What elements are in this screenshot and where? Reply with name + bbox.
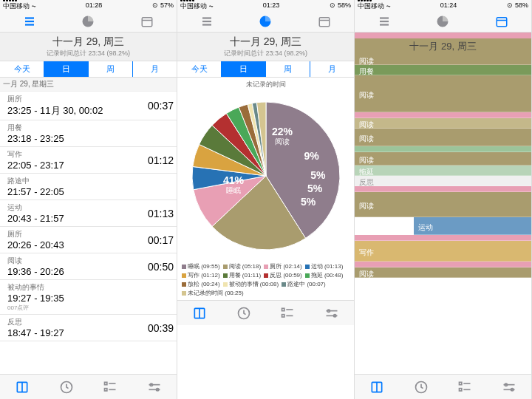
list-item[interactable]: 写作22:05 - 23:1701:12 — [0, 147, 177, 174]
pie-legend: 睡眠 (09:55)阅读 (05:18)厕所 (02:14)运动 (01:13)… — [177, 260, 354, 300]
timeline-block[interactable]: 写作 — [355, 241, 531, 262]
svg-text:41%: 41% — [222, 174, 244, 186]
timeline-block[interactable]: 阅读 — [355, 192, 531, 217]
date-header: 十一月 29, 周三 记录时间总计 23:34 (98.2%) — [0, 33, 177, 61]
timeline-block[interactable] — [355, 112, 531, 118]
top-tabs — [355, 10, 531, 33]
timeline-block[interactable]: 阅读 — [355, 55, 531, 65]
list-item[interactable]: 反思18:47 - 19:2700:39 — [0, 315, 177, 341]
settings-icon[interactable] — [322, 304, 341, 323]
svg-text:睡眠: 睡眠 — [226, 186, 241, 194]
entries-list[interactable]: 厕所23:25 - 11月 30, 00:0200:37用餐23:18 - 23… — [0, 92, 177, 374]
svg-rect-43 — [497, 17, 507, 26]
timeline-block[interactable] — [355, 186, 531, 192]
svg-rect-32 — [282, 308, 284, 310]
list-item[interactable]: 阅读19:36 - 20:2600:50 — [0, 253, 177, 280]
date-header: 十一月 29, 周三 记录时间总计 23:34 (98.2%) — [177, 33, 354, 61]
timeline-block[interactable]: 阅读 — [355, 152, 531, 166]
calendar-icon[interactable] — [139, 13, 155, 30]
period-tabs: 今天 日 周 月 — [0, 61, 177, 78]
tab-today[interactable]: 今天 — [177, 61, 222, 77]
top-tabs — [0, 10, 177, 33]
settings-icon[interactable] — [145, 378, 164, 397]
timeline-block[interactable] — [355, 262, 531, 267]
clock-icon[interactable] — [234, 304, 253, 323]
timeline-block[interactable] — [355, 235, 531, 241]
pie-icon[interactable] — [257, 13, 273, 30]
timeline-block[interactable]: 反思 — [355, 176, 531, 186]
timeline[interactable]: 阅读用餐阅读阅读阅读阅读拖延反思阅读运动写作阅读 — [355, 55, 531, 374]
period-tabs: 今天 日 周 月 — [177, 61, 354, 78]
pie-chart: 41%睡眠22%阅读9%5%5%5% — [177, 92, 354, 260]
timeline-block[interactable]: 用餐 — [355, 65, 531, 75]
timeline-block[interactable]: 拖延 — [355, 166, 531, 176]
tab-week[interactable]: 周 — [266, 61, 310, 77]
svg-rect-33 — [282, 314, 284, 316]
tab-day[interactable]: 日 — [222, 61, 266, 77]
svg-text:5%: 5% — [310, 169, 326, 181]
screen-list: 中国移动 ⏦ 01:28 ⊙ 57% 十一月 29, 周三 记录时间总计 23:… — [0, 0, 177, 399]
bottom-bar — [0, 374, 177, 399]
tab-week[interactable]: 周 — [89, 61, 133, 77]
top-tabs — [177, 10, 354, 33]
tab-month[interactable]: 月 — [133, 61, 177, 77]
tab-today[interactable]: 今天 — [0, 61, 44, 77]
clock-icon[interactable] — [57, 378, 76, 397]
list-icon[interactable] — [376, 13, 392, 30]
list-item[interactable]: 路途中21:57 - 22:05 — [0, 174, 177, 200]
svg-rect-48 — [460, 382, 462, 384]
svg-rect-8 — [105, 382, 107, 384]
svg-text:9%: 9% — [304, 150, 319, 162]
timeline-block[interactable]: 阅读 — [355, 75, 531, 112]
tab-month[interactable]: 月 — [310, 61, 354, 77]
timeline-block[interactable]: 运动 — [414, 217, 531, 235]
calendar-icon[interactable] — [316, 13, 332, 30]
status-bar: 中国移动 ⏦ 01:24 ⊙ 58% — [355, 0, 531, 10]
timeline-block[interactable]: 阅读 — [355, 118, 531, 129]
checklist-icon[interactable] — [455, 378, 474, 397]
list-item[interactable]: 运动20:43 - 21:5701:13 — [0, 200, 177, 227]
bottom-bar — [355, 374, 531, 399]
timeline-block[interactable]: 阅读 — [355, 267, 531, 278]
date-header: 十一月 29, 周三 — [355, 38, 531, 55]
svg-text:5%: 5% — [301, 196, 316, 208]
svg-rect-3 — [142, 17, 152, 26]
book-icon[interactable] — [367, 378, 386, 397]
svg-text:5%: 5% — [307, 183, 322, 194]
timeline-block[interactable] — [355, 146, 531, 152]
day-label: 一月 29, 星期三 — [0, 78, 177, 92]
list-icon[interactable] — [21, 13, 38, 30]
list-icon[interactable] — [199, 13, 215, 30]
pie-icon[interactable] — [434, 13, 451, 30]
list-item[interactable]: 厕所20:26 - 20:4300:17 — [0, 227, 177, 253]
screen-timeline: 中国移动 ⏦ 01:24 ⊙ 58% 十一月 29, 周三 阅读用餐阅读阅读阅读… — [355, 0, 532, 399]
checklist-icon[interactable] — [278, 304, 297, 323]
calendar-icon[interactable] — [494, 13, 510, 30]
clock-icon[interactable] — [412, 378, 431, 397]
list-item[interactable]: 用餐23:18 - 23:25 — [0, 120, 177, 147]
screen-pie: 中国移动 ⏦ 01:23 ⊙ 58% 十一月 29, 周三 记录时间总计 23:… — [177, 0, 355, 399]
book-icon[interactable] — [13, 378, 32, 397]
pie-title: 未记录的时间 — [177, 78, 354, 92]
timeline-block — [355, 33, 531, 38]
list-item[interactable]: 厕所23:25 - 11月 30, 00:0200:37 — [0, 92, 177, 120]
checklist-icon[interactable] — [100, 378, 120, 397]
status-bar: 中国移动 ⏦ 01:28 ⊙ 57% — [0, 0, 177, 10]
settings-icon[interactable] — [499, 378, 519, 397]
svg-rect-9 — [105, 388, 107, 390]
list-item[interactable]: 被动的事情19:27 - 19:35007点评 — [0, 280, 177, 315]
pie-icon[interactable] — [80, 13, 96, 30]
svg-rect-49 — [460, 388, 462, 390]
tab-day[interactable]: 日 — [44, 61, 89, 77]
timeline-block[interactable]: 阅读 — [355, 129, 531, 146]
book-icon[interactable] — [190, 304, 209, 323]
svg-text:22%: 22% — [271, 126, 293, 137]
bottom-bar — [177, 300, 354, 325]
svg-rect-19 — [319, 17, 330, 26]
svg-text:阅读: 阅读 — [275, 137, 290, 146]
status-bar: 中国移动 ⏦ 01:23 ⊙ 58% — [177, 0, 354, 10]
